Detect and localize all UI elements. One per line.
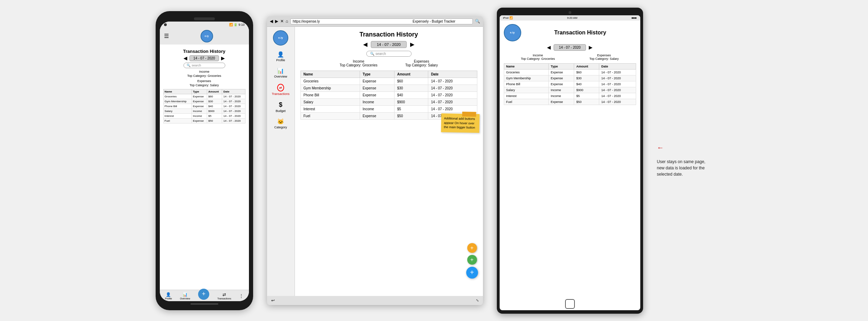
phone-content: Transaction History ◀ 14 - 07 - 2020 ▶ 🔍… <box>160 45 249 290</box>
table-row: Gym MembershipExpense$3014 - 07 - 2020 <box>163 99 245 104</box>
table-cell: 14 - 07 - 2020 <box>222 94 245 99</box>
browser-title: Expensely - Budget Tracker <box>413 19 455 23</box>
expense-label: Expenses <box>405 59 438 63</box>
table-cell: Expense <box>360 91 394 98</box>
nav-profile[interactable]: 👤 Profile <box>165 292 172 300</box>
sidebar-logo-text: e.ly <box>278 36 283 39</box>
next-date-button[interactable]: ▶ <box>221 55 225 61</box>
table-cell: Gym Membership <box>300 85 360 91</box>
phone-status-bar: 📶 🔋 9:10 <box>160 22 249 28</box>
browser-main-content: Transaction History ◀ 14 - 07 - 2020 ▶ 🔍… <box>295 27 483 296</box>
home-button[interactable]: ⌂ <box>286 19 288 24</box>
next-date-button[interactable]: ▶ <box>410 41 414 48</box>
tablet-home-button[interactable] <box>565 299 575 309</box>
table-cell: Expense <box>548 81 574 87</box>
fab-orange-button[interactable]: + <box>467 243 477 253</box>
refresh-button[interactable]: 🔍 <box>475 19 480 24</box>
table-cell: Income <box>548 87 574 93</box>
add-main-button[interactable]: + <box>198 289 209 300</box>
close-button[interactable]: ✕ <box>280 19 284 24</box>
sidebar-transactions-label: Transactions <box>272 92 289 96</box>
date-navigator: ◀ 14 - 07 - 2020 ▶ <box>504 44 636 51</box>
annotation-arrow: ← <box>657 144 664 152</box>
sidebar-item-budget[interactable]: $ Budget <box>276 101 286 113</box>
browser-back-arrow[interactable]: ↩ <box>271 298 275 303</box>
col-date: Date <box>599 63 636 69</box>
tablet-header: e.ly Transaction History <box>504 24 636 41</box>
sidebar-category-label: Category <box>274 126 287 129</box>
table-row: Phone BillExpense$4014 - 07 - 2020 <box>504 81 636 87</box>
tablet-battery: ■■■ <box>632 16 637 19</box>
table-cell: Expense <box>191 94 207 99</box>
tablet-ipod-label: iPod 📶 <box>503 16 513 19</box>
table-cell: $40 <box>207 104 222 109</box>
expense-summary: Expenses Top Category: Salary <box>163 79 245 88</box>
date-badge[interactable]: 14 - 07 - 2020 <box>554 44 586 51</box>
prev-date-button[interactable]: ◀ <box>547 45 551 50</box>
annotation-arrow-line: ← <box>657 144 713 152</box>
table-cell: $50 <box>574 99 599 105</box>
prev-date-button[interactable]: ◀ <box>363 41 367 48</box>
hamburger-icon[interactable]: ☰ <box>164 33 169 39</box>
next-date-button[interactable]: ▶ <box>589 45 593 50</box>
back-button[interactable]: ◀ <box>270 19 273 24</box>
browser-window: Expensely - Budget Tracker ◀ ▶ ✕ ⌂ 🔍 e.l… <box>267 16 483 305</box>
sidebar-item-overview[interactable]: 📊 Overview <box>274 67 287 78</box>
table-cell: $60 <box>207 94 222 99</box>
table-cell: 14 - 07 - 2020 <box>599 99 636 105</box>
table-cell: Salary <box>504 87 548 93</box>
sidebar-item-profile[interactable]: 👤 Profile <box>276 51 285 62</box>
sidebar-item-transactions[interactable]: ⇄ Transactions <box>272 84 289 96</box>
fab-main-button[interactable]: + <box>466 267 478 279</box>
sticky-note-text: Additional add buttons appear On hover o… <box>444 117 475 129</box>
table-row: InterestIncome$514 - 07 - 2020 <box>163 113 245 118</box>
browser-bottom-bar: ↩ ⤡ <box>267 296 483 305</box>
table-row: Gym MembershipExpense$3014 - 07 - 2020 <box>300 85 477 91</box>
transactions-icon: ⇄ <box>222 292 226 297</box>
date-badge[interactable]: 14 - 07 - 2020 <box>189 55 219 61</box>
sidebar-item-category[interactable]: 🐱 Category <box>274 118 287 129</box>
table-cell: 14 - 07 - 2020 <box>428 105 477 112</box>
date-badge[interactable]: 14 - 07 - 2020 <box>371 41 407 48</box>
fab-green-button[interactable]: + <box>467 255 477 265</box>
page-title: Transaction History <box>525 30 636 36</box>
search-bar[interactable]: 🔍 search <box>183 63 225 68</box>
col-date: Date <box>222 89 245 94</box>
table-cell: Expense <box>548 69 574 75</box>
col-type: Type <box>548 63 574 69</box>
table-cell: Income <box>548 93 574 99</box>
sidebar-overview-label: Overview <box>274 75 287 78</box>
table-cell: Fuel <box>163 118 191 123</box>
phone-screen: 📶 🔋 9:10 ☰ e.ly Transaction History ◀ 14… <box>160 22 249 301</box>
table-cell: Salary <box>163 109 191 113</box>
table-row: SalaryIncome$90014 - 07 - 2020 <box>504 87 636 93</box>
table-cell: $5 <box>394 105 428 112</box>
phone-device: 📶 🔋 9:10 ☰ e.ly Transaction History ◀ 14… <box>156 11 253 310</box>
nav-overview[interactable]: 📊 Overview <box>180 292 190 300</box>
table-cell: $50 <box>207 118 222 123</box>
sidebar-budget-label: Budget <box>276 109 286 113</box>
tablet-camera <box>569 11 571 14</box>
table-cell: Expense <box>191 118 207 123</box>
table-cell: Groceries <box>163 94 191 99</box>
income-category: Top Category: Groceries <box>521 57 555 61</box>
table-cell: Phone Bill <box>300 91 360 98</box>
tablet-device: iPod 📶 9:20 AM ■■■ e.ly Transaction Hist… <box>497 8 643 314</box>
page-title: Transaction History <box>163 49 245 54</box>
table-cell: 14 - 07 - 2020 <box>599 69 636 75</box>
nav-transactions[interactable]: ⇄ Transactions <box>217 292 231 300</box>
summary-row: Income Top Category: Groceries Expenses … <box>504 54 636 61</box>
table-cell: Expense <box>360 78 394 85</box>
table-cell: $5 <box>207 113 222 118</box>
prev-date-button[interactable]: ◀ <box>183 55 187 61</box>
income-label: Income <box>521 54 555 57</box>
table-cell: 14 - 07 - 2020 <box>222 109 245 113</box>
table-cell: Gym Membership <box>504 75 548 81</box>
phone-speaker <box>194 17 215 20</box>
phone-bottom-nav: 👤 Profile 📊 Overview + ⇄ Transactions ⋮ <box>160 290 249 301</box>
sidebar-logo: e.ly <box>273 30 288 46</box>
search-bar[interactable]: 🔍 search <box>366 51 412 57</box>
nav-more[interactable]: ⋮ <box>239 294 243 298</box>
forward-button[interactable]: ▶ <box>275 19 278 24</box>
browser-body: e.ly 👤 Profile 📊 Overview ⇄ Transactions… <box>267 27 483 296</box>
